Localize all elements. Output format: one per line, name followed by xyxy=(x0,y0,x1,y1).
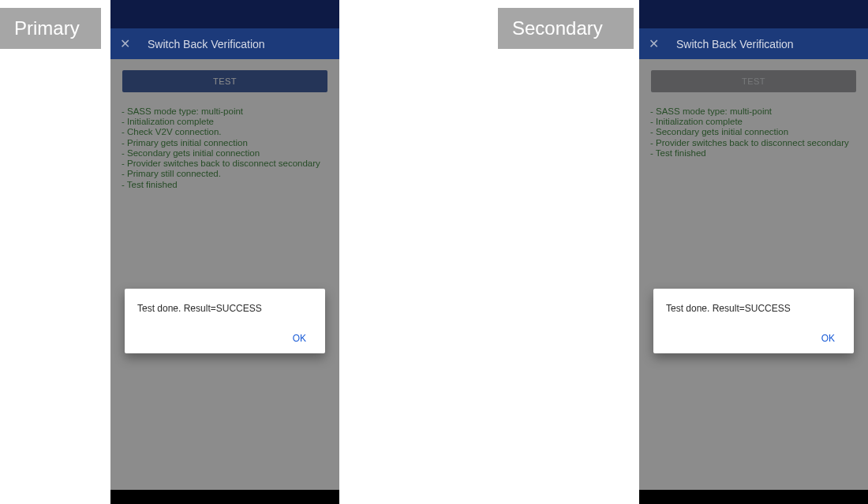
close-icon[interactable]: ✕ xyxy=(649,38,659,50)
modal-scrim[interactable] xyxy=(639,59,868,490)
secondary-phone: ✕ Switch Back Verification TEST - SASS m… xyxy=(639,0,868,504)
result-dialog: Test done. Result=SUCCESS OK xyxy=(125,289,325,353)
status-bar xyxy=(639,0,868,28)
primary-phone: ✕ Switch Back Verification TEST - SASS m… xyxy=(110,0,339,504)
status-bar xyxy=(110,0,339,28)
ok-button[interactable]: OK xyxy=(286,330,312,347)
ok-button[interactable]: OK xyxy=(815,330,841,347)
app-bar: ✕ Switch Back Verification xyxy=(639,28,868,59)
close-icon[interactable]: ✕ xyxy=(120,38,130,50)
result-dialog: Test done. Result=SUCCESS OK xyxy=(653,289,854,353)
page-title: Switch Back Verification xyxy=(676,38,794,50)
app-bar: ✕ Switch Back Verification xyxy=(110,28,339,59)
overlay-label-secondary: Secondary xyxy=(498,8,634,49)
modal-scrim[interactable] xyxy=(110,59,339,490)
dialog-message: Test done. Result=SUCCESS xyxy=(137,303,312,314)
nav-bar xyxy=(110,490,339,504)
overlay-label-primary: Primary xyxy=(0,8,101,49)
content-area: TEST - SASS mode type: multi-point - Ini… xyxy=(639,59,868,490)
page-title: Switch Back Verification xyxy=(148,38,265,50)
content-area: TEST - SASS mode type: multi-point - Ini… xyxy=(110,59,339,490)
dialog-message: Test done. Result=SUCCESS xyxy=(666,303,841,314)
nav-bar xyxy=(639,490,868,504)
